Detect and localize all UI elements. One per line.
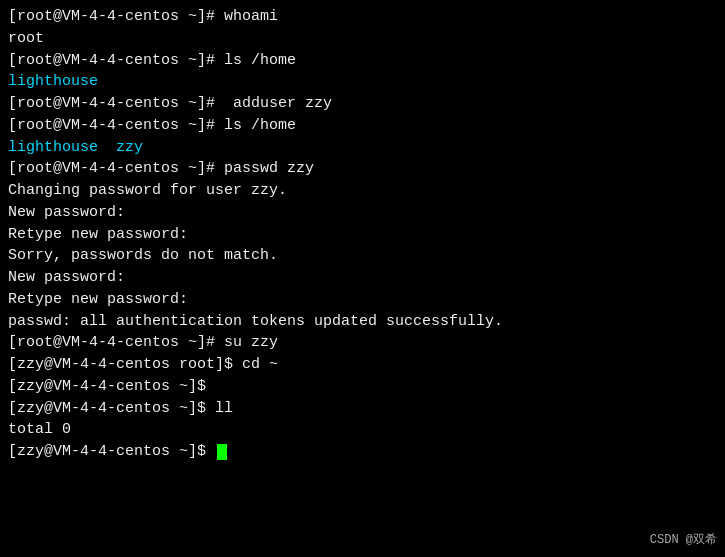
terminal-line: passwd: all authentication tokens update… (8, 311, 717, 333)
terminal-line: Sorry, passwords do not match. (8, 245, 717, 267)
terminal-line: [root@VM-4-4-centos ~]# whoami (8, 6, 717, 28)
terminal-line: [root@VM-4-4-centos ~]# passwd zzy (8, 158, 717, 180)
terminal-line: [root@VM-4-4-centos ~]# su zzy (8, 332, 717, 354)
terminal-line: [root@VM-4-4-centos ~]# ls /home (8, 115, 717, 137)
terminal-cursor (217, 444, 227, 460)
terminal-line: root (8, 28, 717, 50)
terminal-line: Retype new password: (8, 289, 717, 311)
terminal-line: Retype new password: (8, 224, 717, 246)
terminal-window: [root@VM-4-4-centos ~]# whoamiroot[root@… (0, 0, 725, 557)
terminal-line: [zzy@VM-4-4-centos ~]$ (8, 376, 717, 398)
terminal-line: New password: (8, 202, 717, 224)
terminal-line: [zzy@VM-4-4-centos ~]$ ll (8, 398, 717, 420)
terminal-line: New password: (8, 267, 717, 289)
terminal-line: total 0 (8, 419, 717, 441)
terminal-line: [root@VM-4-4-centos ~]# adduser zzy (8, 93, 717, 115)
terminal-content: [root@VM-4-4-centos ~]# whoamiroot[root@… (8, 6, 717, 463)
watermark: CSDN @双希 (650, 532, 717, 549)
terminal-line: lighthouse (8, 71, 717, 93)
terminal-line: [root@VM-4-4-centos ~]# ls /home (8, 50, 717, 72)
terminal-line: lighthouse zzy (8, 137, 717, 159)
terminal-line: [zzy@VM-4-4-centos root]$ cd ~ (8, 354, 717, 376)
terminal-line: [zzy@VM-4-4-centos ~]$ (8, 441, 717, 463)
terminal-line: Changing password for user zzy. (8, 180, 717, 202)
